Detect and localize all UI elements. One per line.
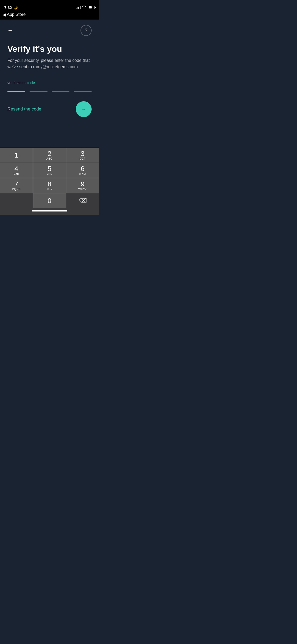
key-1[interactable]: 1 (0, 148, 33, 163)
code-input-row (7, 91, 92, 92)
delete-button[interactable]: ⌫ (66, 193, 99, 208)
status-right (76, 5, 95, 10)
code-slot-4[interactable] (74, 91, 92, 92)
back-chevron-appstore-icon: ◀ (3, 12, 6, 17)
app-topnav: ← ? (7, 25, 92, 36)
code-slot-1[interactable] (7, 91, 25, 92)
status-bar: 7:32 🌙 (0, 0, 99, 12)
help-button[interactable]: ? (81, 25, 92, 36)
appstore-label: App Store (7, 12, 26, 17)
code-slot-3[interactable] (52, 91, 70, 92)
page-title: Verify it's you (7, 44, 92, 54)
key-8[interactable]: 8 TUV (33, 178, 66, 193)
key-empty (0, 193, 33, 208)
status-left: 7:32 🌙 (4, 5, 18, 10)
key-3[interactable]: 3 DEF (66, 148, 99, 163)
appstore-nav: ◀ App Store (0, 12, 99, 20)
key-4[interactable]: 4 GHI (0, 163, 33, 178)
key-5[interactable]: 5 JKL (33, 163, 66, 178)
home-bar (32, 210, 67, 211)
arrow-right-icon: → (81, 106, 87, 113)
submit-button[interactable]: → (76, 101, 92, 117)
signal-bars (76, 6, 81, 9)
wifi-icon (82, 5, 86, 10)
help-icon: ? (85, 28, 87, 33)
action-row: Resend the code → (7, 101, 92, 117)
appstore-back-button[interactable]: ◀ App Store (3, 12, 26, 17)
page-subtitle: For your security, please enter the code… (7, 57, 92, 70)
key-7[interactable]: 7 PQRS (0, 178, 33, 193)
keyboard: 1 2 ABC 3 DEF 4 GHI 5 JKL 6 MNO 7 PQRS 8 (0, 147, 99, 215)
home-indicator (0, 208, 99, 215)
key-9[interactable]: 9 WXYZ (66, 178, 99, 193)
key-0[interactable]: 0 (33, 193, 66, 208)
back-button[interactable]: ← (7, 27, 13, 34)
keyboard-grid: 1 2 ABC 3 DEF 4 GHI 5 JKL 6 MNO 7 PQRS 8 (0, 147, 99, 208)
battery-icon (88, 6, 95, 9)
status-time: 7:32 (4, 5, 12, 10)
main-content: ← ? Verify it's you For your security, p… (0, 20, 99, 117)
key-6[interactable]: 6 MNO (66, 163, 99, 178)
delete-icon: ⌫ (79, 197, 87, 204)
moon-icon: 🌙 (13, 6, 18, 10)
resend-link[interactable]: Resend the code (7, 107, 41, 112)
code-label: verification code (7, 81, 92, 85)
key-2[interactable]: 2 ABC (33, 148, 66, 163)
code-slot-2[interactable] (30, 91, 48, 92)
